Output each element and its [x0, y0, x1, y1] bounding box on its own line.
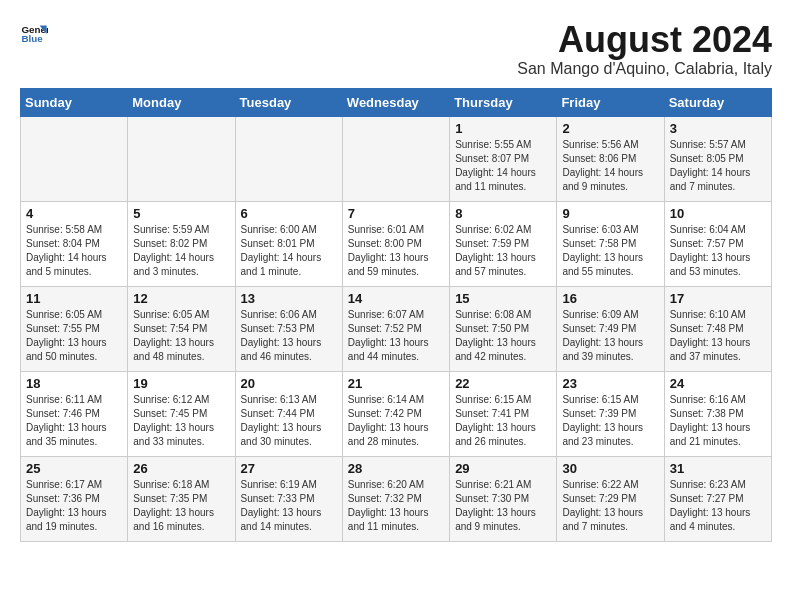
calendar-cell: 20Sunrise: 6:13 AMSunset: 7:44 PMDayligh… — [235, 371, 342, 456]
calendar-table: SundayMondayTuesdayWednesdayThursdayFrid… — [20, 88, 772, 542]
day-info: Sunrise: 6:06 AMSunset: 7:53 PMDaylight:… — [241, 308, 337, 364]
calendar-cell: 27Sunrise: 6:19 AMSunset: 7:33 PMDayligh… — [235, 456, 342, 541]
day-info: Sunrise: 5:58 AMSunset: 8:04 PMDaylight:… — [26, 223, 122, 279]
day-header-tuesday: Tuesday — [235, 88, 342, 116]
day-header-sunday: Sunday — [21, 88, 128, 116]
day-number: 16 — [562, 291, 658, 306]
calendar-cell: 9Sunrise: 6:03 AMSunset: 7:58 PMDaylight… — [557, 201, 664, 286]
calendar-cell: 16Sunrise: 6:09 AMSunset: 7:49 PMDayligh… — [557, 286, 664, 371]
day-info: Sunrise: 6:14 AMSunset: 7:42 PMDaylight:… — [348, 393, 444, 449]
day-info: Sunrise: 6:22 AMSunset: 7:29 PMDaylight:… — [562, 478, 658, 534]
calendar-cell: 15Sunrise: 6:08 AMSunset: 7:50 PMDayligh… — [450, 286, 557, 371]
calendar-cell: 21Sunrise: 6:14 AMSunset: 7:42 PMDayligh… — [342, 371, 449, 456]
calendar-cell — [342, 116, 449, 201]
header: General Blue August 2024 San Mango d'Aqu… — [20, 20, 772, 78]
day-header-saturday: Saturday — [664, 88, 771, 116]
day-number: 6 — [241, 206, 337, 221]
day-info: Sunrise: 6:07 AMSunset: 7:52 PMDaylight:… — [348, 308, 444, 364]
calendar-cell: 30Sunrise: 6:22 AMSunset: 7:29 PMDayligh… — [557, 456, 664, 541]
calendar-cell: 14Sunrise: 6:07 AMSunset: 7:52 PMDayligh… — [342, 286, 449, 371]
day-header-thursday: Thursday — [450, 88, 557, 116]
calendar-cell: 28Sunrise: 6:20 AMSunset: 7:32 PMDayligh… — [342, 456, 449, 541]
calendar-cell: 22Sunrise: 6:15 AMSunset: 7:41 PMDayligh… — [450, 371, 557, 456]
calendar-cell: 2Sunrise: 5:56 AMSunset: 8:06 PMDaylight… — [557, 116, 664, 201]
day-info: Sunrise: 5:59 AMSunset: 8:02 PMDaylight:… — [133, 223, 229, 279]
calendar-cell: 6Sunrise: 6:00 AMSunset: 8:01 PMDaylight… — [235, 201, 342, 286]
calendar-cell: 11Sunrise: 6:05 AMSunset: 7:55 PMDayligh… — [21, 286, 128, 371]
day-number: 17 — [670, 291, 766, 306]
day-number: 12 — [133, 291, 229, 306]
day-number: 5 — [133, 206, 229, 221]
day-number: 29 — [455, 461, 551, 476]
day-number: 26 — [133, 461, 229, 476]
calendar-cell: 25Sunrise: 6:17 AMSunset: 7:36 PMDayligh… — [21, 456, 128, 541]
logo-icon: General Blue — [20, 20, 48, 48]
day-number: 1 — [455, 121, 551, 136]
calendar-cell: 17Sunrise: 6:10 AMSunset: 7:48 PMDayligh… — [664, 286, 771, 371]
day-number: 21 — [348, 376, 444, 391]
day-info: Sunrise: 6:09 AMSunset: 7:49 PMDaylight:… — [562, 308, 658, 364]
day-number: 20 — [241, 376, 337, 391]
calendar-cell: 5Sunrise: 5:59 AMSunset: 8:02 PMDaylight… — [128, 201, 235, 286]
calendar-cell: 10Sunrise: 6:04 AMSunset: 7:57 PMDayligh… — [664, 201, 771, 286]
day-info: Sunrise: 5:56 AMSunset: 8:06 PMDaylight:… — [562, 138, 658, 194]
day-number: 24 — [670, 376, 766, 391]
calendar-cell: 23Sunrise: 6:15 AMSunset: 7:39 PMDayligh… — [557, 371, 664, 456]
day-info: Sunrise: 6:16 AMSunset: 7:38 PMDaylight:… — [670, 393, 766, 449]
day-number: 25 — [26, 461, 122, 476]
day-number: 8 — [455, 206, 551, 221]
calendar-cell: 3Sunrise: 5:57 AMSunset: 8:05 PMDaylight… — [664, 116, 771, 201]
day-info: Sunrise: 6:15 AMSunset: 7:39 PMDaylight:… — [562, 393, 658, 449]
calendar-title: August 2024 — [517, 20, 772, 60]
day-header-wednesday: Wednesday — [342, 88, 449, 116]
day-number: 30 — [562, 461, 658, 476]
calendar-cell: 12Sunrise: 6:05 AMSunset: 7:54 PMDayligh… — [128, 286, 235, 371]
week-row-4: 18Sunrise: 6:11 AMSunset: 7:46 PMDayligh… — [21, 371, 772, 456]
svg-text:Blue: Blue — [21, 33, 43, 44]
day-info: Sunrise: 6:11 AMSunset: 7:46 PMDaylight:… — [26, 393, 122, 449]
day-info: Sunrise: 6:10 AMSunset: 7:48 PMDaylight:… — [670, 308, 766, 364]
day-info: Sunrise: 6:23 AMSunset: 7:27 PMDaylight:… — [670, 478, 766, 534]
day-info: Sunrise: 5:55 AMSunset: 8:07 PMDaylight:… — [455, 138, 551, 194]
day-info: Sunrise: 6:05 AMSunset: 7:54 PMDaylight:… — [133, 308, 229, 364]
calendar-cell — [235, 116, 342, 201]
calendar-cell: 26Sunrise: 6:18 AMSunset: 7:35 PMDayligh… — [128, 456, 235, 541]
calendar-cell: 8Sunrise: 6:02 AMSunset: 7:59 PMDaylight… — [450, 201, 557, 286]
day-info: Sunrise: 6:20 AMSunset: 7:32 PMDaylight:… — [348, 478, 444, 534]
calendar-cell: 4Sunrise: 5:58 AMSunset: 8:04 PMDaylight… — [21, 201, 128, 286]
calendar-subtitle: San Mango d'Aquino, Calabria, Italy — [517, 60, 772, 78]
calendar-cell: 13Sunrise: 6:06 AMSunset: 7:53 PMDayligh… — [235, 286, 342, 371]
day-info: Sunrise: 6:13 AMSunset: 7:44 PMDaylight:… — [241, 393, 337, 449]
day-number: 23 — [562, 376, 658, 391]
week-row-1: 1Sunrise: 5:55 AMSunset: 8:07 PMDaylight… — [21, 116, 772, 201]
day-info: Sunrise: 6:17 AMSunset: 7:36 PMDaylight:… — [26, 478, 122, 534]
day-number: 10 — [670, 206, 766, 221]
day-number: 14 — [348, 291, 444, 306]
week-row-5: 25Sunrise: 6:17 AMSunset: 7:36 PMDayligh… — [21, 456, 772, 541]
day-info: Sunrise: 6:12 AMSunset: 7:45 PMDaylight:… — [133, 393, 229, 449]
week-row-2: 4Sunrise: 5:58 AMSunset: 8:04 PMDaylight… — [21, 201, 772, 286]
day-number: 28 — [348, 461, 444, 476]
day-info: Sunrise: 6:04 AMSunset: 7:57 PMDaylight:… — [670, 223, 766, 279]
calendar-cell: 18Sunrise: 6:11 AMSunset: 7:46 PMDayligh… — [21, 371, 128, 456]
day-info: Sunrise: 6:03 AMSunset: 7:58 PMDaylight:… — [562, 223, 658, 279]
day-header-friday: Friday — [557, 88, 664, 116]
calendar-cell — [128, 116, 235, 201]
day-number: 27 — [241, 461, 337, 476]
calendar-cell: 19Sunrise: 6:12 AMSunset: 7:45 PMDayligh… — [128, 371, 235, 456]
week-row-3: 11Sunrise: 6:05 AMSunset: 7:55 PMDayligh… — [21, 286, 772, 371]
calendar-cell: 24Sunrise: 6:16 AMSunset: 7:38 PMDayligh… — [664, 371, 771, 456]
calendar-cell: 1Sunrise: 5:55 AMSunset: 8:07 PMDaylight… — [450, 116, 557, 201]
calendar-cell: 7Sunrise: 6:01 AMSunset: 8:00 PMDaylight… — [342, 201, 449, 286]
day-info: Sunrise: 6:21 AMSunset: 7:30 PMDaylight:… — [455, 478, 551, 534]
day-number: 31 — [670, 461, 766, 476]
day-header-monday: Monday — [128, 88, 235, 116]
day-info: Sunrise: 6:01 AMSunset: 8:00 PMDaylight:… — [348, 223, 444, 279]
day-info: Sunrise: 6:00 AMSunset: 8:01 PMDaylight:… — [241, 223, 337, 279]
days-header-row: SundayMondayTuesdayWednesdayThursdayFrid… — [21, 88, 772, 116]
day-number: 18 — [26, 376, 122, 391]
title-area: August 2024 San Mango d'Aquino, Calabria… — [517, 20, 772, 78]
day-info: Sunrise: 6:05 AMSunset: 7:55 PMDaylight:… — [26, 308, 122, 364]
calendar-cell: 31Sunrise: 6:23 AMSunset: 7:27 PMDayligh… — [664, 456, 771, 541]
day-number: 22 — [455, 376, 551, 391]
